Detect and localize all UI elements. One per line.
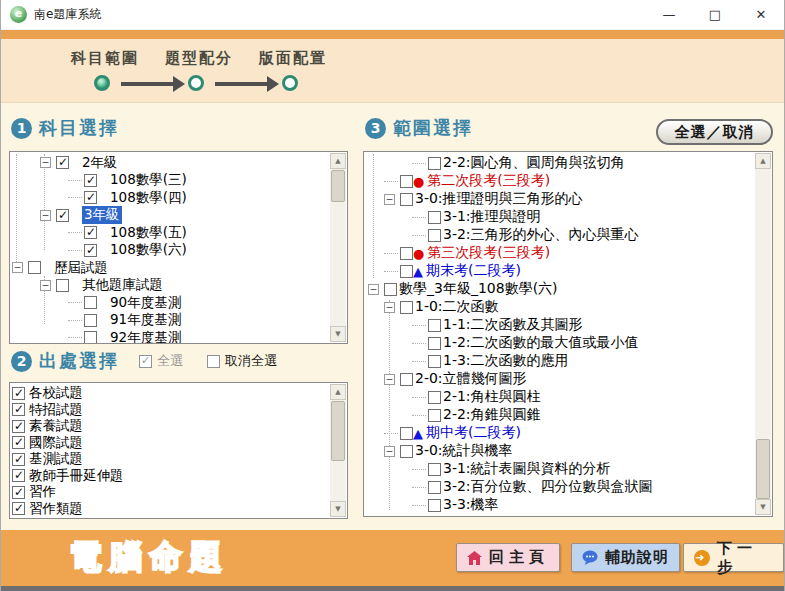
- tree-item[interactable]: − 3-2:百分位數、四分位數與盒狀圖: [364, 478, 755, 496]
- tree-item[interactable]: − 1-0:二次函數: [364, 298, 755, 316]
- checkbox[interactable]: [56, 279, 69, 292]
- checkbox[interactable]: [84, 191, 97, 204]
- tree-item[interactable]: − ● 第二次段考(三段考): [364, 172, 755, 190]
- checkbox[interactable]: [84, 331, 97, 343]
- checkbox[interactable]: [12, 453, 25, 466]
- tree-item[interactable]: − 3-0:推理證明與三角形的心: [364, 190, 755, 208]
- list-item[interactable]: 基測試題: [10, 451, 330, 468]
- checkbox[interactable]: [84, 296, 97, 309]
- checkbox[interactable]: [384, 283, 397, 296]
- expander-icon[interactable]: −: [40, 210, 51, 221]
- checkbox[interactable]: [12, 486, 25, 499]
- tree-item[interactable]: − 90年度基測: [10, 294, 330, 312]
- checkbox[interactable]: [428, 355, 441, 368]
- tree-item[interactable]: − 3-3:機率: [364, 496, 755, 514]
- list-item[interactable]: 習作: [10, 484, 330, 501]
- checkbox[interactable]: [84, 226, 97, 239]
- range-scrollbar[interactable]: ▲ ▼: [755, 153, 771, 515]
- checkbox[interactable]: [56, 156, 69, 169]
- checkbox[interactable]: [400, 445, 413, 458]
- tree-item[interactable]: − ▲ 期中考(二段考): [364, 424, 755, 442]
- checkbox[interactable]: [12, 403, 25, 416]
- tree-item[interactable]: − 3-0:統計與機率: [364, 442, 755, 460]
- tree-item[interactable]: − 2-2:圓心角、圓周角與弦切角: [364, 154, 755, 172]
- scroll-down-icon[interactable]: ▼: [755, 499, 771, 515]
- tree-item[interactable]: − 2-1:角柱與圓柱: [364, 388, 755, 406]
- checkbox[interactable]: [428, 463, 441, 476]
- scroll-up-icon[interactable]: ▲: [755, 153, 771, 169]
- help-button[interactable]: 輔助說明: [571, 543, 680, 572]
- scroll-thumb[interactable]: [331, 170, 345, 202]
- list-item[interactable]: 素養試題: [10, 418, 330, 435]
- checkbox[interactable]: [12, 420, 25, 433]
- checkbox[interactable]: [400, 175, 413, 188]
- expander-icon[interactable]: −: [384, 446, 395, 457]
- checkbox[interactable]: [400, 265, 413, 278]
- tree-item[interactable]: − 2年級: [10, 154, 330, 172]
- source-scrollbar[interactable]: ▲ ▼: [330, 384, 346, 517]
- scroll-up-icon[interactable]: ▲: [330, 384, 346, 400]
- next-step-button[interactable]: ➜ 下一步: [683, 543, 784, 572]
- checkbox[interactable]: [84, 174, 97, 187]
- checkbox[interactable]: [12, 387, 25, 400]
- tree-item[interactable]: − 1-3:二次函數的應用: [364, 352, 755, 370]
- tree-item[interactable]: − 108數學(六): [10, 242, 330, 260]
- tree-item[interactable]: − 3-1:統計表圖與資料的分析: [364, 460, 755, 478]
- tree-item[interactable]: − 2-0:立體幾何圖形: [364, 370, 755, 388]
- tree-item[interactable]: − 1-2:二次函數的最大值或最小值: [364, 334, 755, 352]
- deselect-all-checkbox[interactable]: [207, 355, 220, 368]
- subject-scrollbar[interactable]: ▲ ▼: [330, 153, 346, 342]
- home-button[interactable]: 回主頁: [456, 543, 560, 572]
- tree-item[interactable]: − 91年度基測: [10, 312, 330, 330]
- tree-item[interactable]: − 108數學(五): [10, 224, 330, 242]
- maximize-button[interactable]: □: [692, 0, 738, 29]
- list-item[interactable]: 習作類題: [10, 501, 330, 518]
- tree-item[interactable]: − 數學_3年級_108數學(六): [364, 280, 755, 298]
- select-all-checkbox[interactable]: [139, 355, 152, 368]
- expander-icon[interactable]: −: [40, 280, 51, 291]
- checkbox[interactable]: [400, 373, 413, 386]
- tree-item[interactable]: − 3年級: [10, 207, 330, 225]
- checkbox[interactable]: [400, 247, 413, 260]
- expander-icon[interactable]: −: [12, 262, 23, 273]
- select-all-checkbox-group[interactable]: 全選: [139, 352, 183, 370]
- list-item[interactable]: 國際試題: [10, 435, 330, 452]
- close-button[interactable]: ✕: [738, 0, 784, 29]
- select-all-toggle-button[interactable]: 全選／取消: [656, 119, 773, 145]
- deselect-all-checkbox-group[interactable]: 取消全選: [207, 352, 277, 370]
- list-item[interactable]: 特招試題: [10, 402, 330, 419]
- checkbox[interactable]: [400, 301, 413, 314]
- expander-icon[interactable]: −: [368, 284, 379, 295]
- scroll-thumb[interactable]: [331, 401, 345, 461]
- expander-icon[interactable]: −: [384, 302, 395, 313]
- expander-icon[interactable]: −: [384, 374, 395, 385]
- scroll-up-icon[interactable]: ▲: [330, 153, 346, 169]
- tree-item[interactable]: − 108數學(三): [10, 172, 330, 190]
- tree-item[interactable]: − ▲ 期末考(二段考): [364, 262, 755, 280]
- tree-item[interactable]: − ● 第三次段考(三段考): [364, 244, 755, 262]
- checkbox[interactable]: [428, 157, 441, 170]
- checkbox[interactable]: [12, 436, 25, 449]
- tree-item[interactable]: − 2-2:角錐與圓錐: [364, 406, 755, 424]
- list-item[interactable]: 教師手冊延伸題: [10, 468, 330, 485]
- tree-item[interactable]: − 3-2:三角形的外心、內心與重心: [364, 226, 755, 244]
- minimize-button[interactable]: —: [646, 0, 692, 29]
- tree-item[interactable]: − 1-1:二次函數及其圖形: [364, 316, 755, 334]
- checkbox[interactable]: [400, 193, 413, 206]
- checkbox[interactable]: [400, 427, 413, 440]
- checkbox[interactable]: [84, 314, 97, 327]
- checkbox[interactable]: [428, 337, 441, 350]
- checkbox[interactable]: [56, 209, 69, 222]
- checkbox[interactable]: [428, 481, 441, 494]
- tree-item[interactable]: − 3-1:推理與證明: [364, 208, 755, 226]
- checkbox[interactable]: [428, 211, 441, 224]
- expander-icon[interactable]: −: [384, 194, 395, 205]
- tree-item[interactable]: − 其他題庫試題: [10, 277, 330, 295]
- expander-icon[interactable]: −: [40, 157, 51, 168]
- checkbox[interactable]: [428, 391, 441, 404]
- checkbox[interactable]: [28, 261, 41, 274]
- checkbox[interactable]: [84, 244, 97, 257]
- checkbox[interactable]: [428, 319, 441, 332]
- tree-item[interactable]: − 108數學(四): [10, 189, 330, 207]
- tree-item[interactable]: − 92年度基測: [10, 329, 330, 343]
